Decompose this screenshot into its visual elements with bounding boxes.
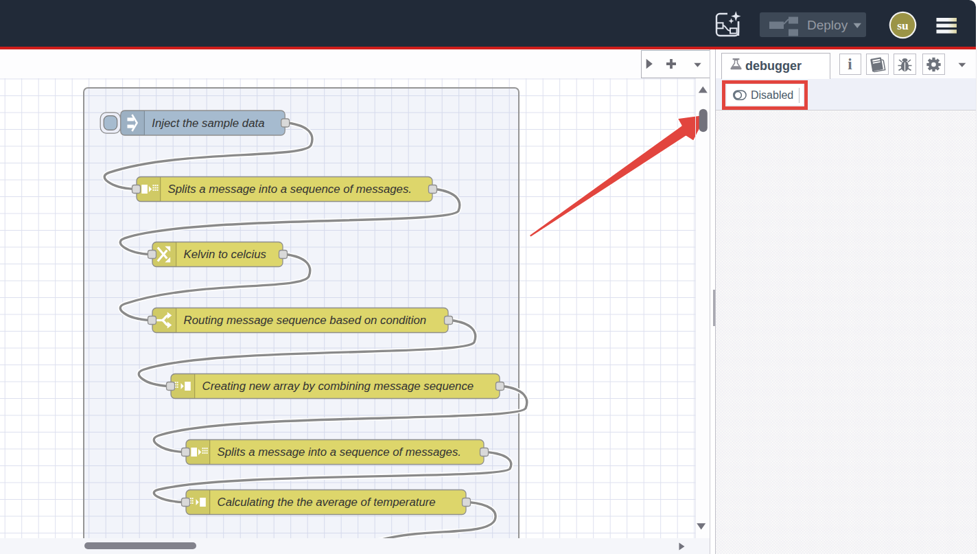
svg-text:Calculating the the average of: Calculating the the average of temperatu… [218, 496, 436, 509]
svg-text:Routing message sequence based: Routing message sequence based on condit… [184, 314, 427, 327]
svg-text:debugger: debugger [745, 59, 802, 73]
svg-text:Kelvin to celcius: Kelvin to celcius [184, 248, 267, 261]
svg-text:Creating new array by combinin: Creating new array by combining message … [202, 380, 474, 393]
svg-text:i: i [848, 56, 852, 73]
svg-text:Splits a message into a sequen: Splits a message into a sequence of mess… [218, 446, 461, 459]
svg-text:Splits a message into a sequen: Splits a message into a sequence of mess… [168, 183, 412, 196]
svg-text:Disabled: Disabled [751, 89, 793, 101]
